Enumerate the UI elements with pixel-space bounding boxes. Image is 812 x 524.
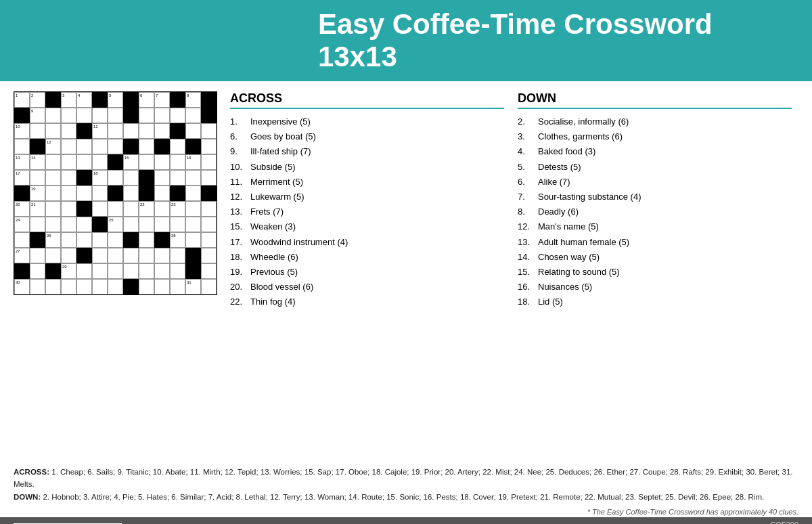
clue-text: Subside (5) xyxy=(250,161,295,173)
clue-number: 11. xyxy=(230,176,250,188)
clue-text: Nuisances (5) xyxy=(538,281,592,293)
clue-text: Relating to sound (5) xyxy=(538,266,620,278)
page-title: Easy Coffee-Time Crossword 13x13 xyxy=(318,8,792,73)
cell-13-6 xyxy=(92,279,108,294)
cell-1-1: 1 xyxy=(14,92,30,108)
crossword-grid: 1 2 3 4 5 6 7 8 9 xyxy=(14,91,217,295)
cell-13-3 xyxy=(45,279,61,294)
clue-number: 10. xyxy=(230,161,250,173)
clue-down-5: 5. Detests (5) xyxy=(518,161,792,173)
cell-2-12 xyxy=(185,108,201,123)
clue-number: 3. xyxy=(518,131,538,143)
clue-down-4: 4. Baked food (3) xyxy=(518,146,792,158)
cell-12-8 xyxy=(123,263,139,279)
cell-12-11 xyxy=(170,263,185,279)
cell-13-12: 31 xyxy=(185,279,201,294)
cell-9-2 xyxy=(30,217,45,232)
cell-6-1: 17 xyxy=(14,170,30,185)
cell-9-7: 25 xyxy=(108,217,123,232)
cell-6-12 xyxy=(185,170,201,185)
cell-5-10 xyxy=(154,154,170,170)
clue-down-15: 15. Relating to sound (5) xyxy=(518,266,792,278)
cell-13-13 xyxy=(201,279,217,294)
cell-8-6 xyxy=(92,201,108,217)
cell-11-6 xyxy=(92,248,108,263)
cell-2-9 xyxy=(139,108,154,123)
clue-number: 5. xyxy=(518,161,538,173)
clue-across-20: 20. Blood vessel (6) xyxy=(230,281,504,293)
cell-1-11 xyxy=(170,92,185,108)
cell-5-8: 15 xyxy=(123,154,139,170)
cell-1-5: 4 xyxy=(76,92,92,108)
clue-text: Merriment (5) xyxy=(250,176,303,188)
cell-4-1 xyxy=(14,139,30,154)
cell-7-5 xyxy=(76,185,92,201)
cell-7-6 xyxy=(92,185,108,201)
cell-6-13 xyxy=(201,170,217,185)
down-label: DOWN: xyxy=(14,493,41,501)
cell-4-10 xyxy=(154,139,170,154)
clue-text: Socialise, informally (6) xyxy=(538,116,629,128)
cell-7-12 xyxy=(185,185,201,201)
cell-5-12: 16 xyxy=(185,154,201,170)
cell-1-4: 3 xyxy=(61,92,76,108)
cell-4-3: 12 xyxy=(45,139,61,154)
cell-4-4 xyxy=(61,139,76,154)
cell-13-1: 30 xyxy=(14,279,30,294)
clue-number: 1. xyxy=(230,116,250,128)
grid-row-9: 24 25 xyxy=(14,217,217,232)
main-content: 1 2 3 4 5 6 7 8 9 xyxy=(0,81,812,460)
cell-4-7 xyxy=(108,139,123,154)
cell-11-13 xyxy=(201,248,217,263)
cell-4-9 xyxy=(139,139,154,154)
cell-13-7 xyxy=(108,279,123,294)
cell-5-1: 13 xyxy=(14,154,30,170)
cell-5-3 xyxy=(45,154,61,170)
cell-10-1 xyxy=(14,232,30,248)
cell-12-10 xyxy=(154,263,170,279)
across-answers: 1. Cheap; 6. Sails; 9. Titanic; 10. Abat… xyxy=(14,468,792,488)
cell-9-9 xyxy=(139,217,154,232)
cell-4-5 xyxy=(76,139,92,154)
cell-5-9 xyxy=(139,154,154,170)
cell-3-2 xyxy=(30,123,45,139)
clue-text: Ill-fated ship (7) xyxy=(250,146,311,158)
clue-across-18: 18. Wheedle (6) xyxy=(230,251,504,263)
footer-code: COF200 xyxy=(770,517,798,524)
grid-row-3: 10 11 xyxy=(14,123,217,139)
cell-6-2 xyxy=(30,170,45,185)
cell-4-8 xyxy=(123,139,139,154)
clue-text: Deadly (6) xyxy=(538,206,579,218)
cell-8-4 xyxy=(61,201,76,217)
cell-10-6 xyxy=(92,232,108,248)
cell-5-7 xyxy=(108,154,123,170)
cell-10-13 xyxy=(201,232,217,248)
cell-11-2 xyxy=(30,248,45,263)
cell-6-11 xyxy=(170,170,185,185)
cell-9-6 xyxy=(92,217,108,232)
cell-3-1: 10 xyxy=(14,123,30,139)
clue-text: Baked food (3) xyxy=(538,146,595,158)
cell-12-4: 29 xyxy=(61,263,76,279)
answers-section: ACROSS: 1. Cheap; 6. Sails; 9. Titanic; … xyxy=(0,460,812,506)
cell-11-5 xyxy=(76,248,92,263)
cell-10-12 xyxy=(185,232,201,248)
cell-13-9 xyxy=(139,279,154,294)
clue-number: 19. xyxy=(230,266,250,278)
cell-12-13 xyxy=(201,263,217,279)
clue-number: 22. xyxy=(230,296,250,308)
clue-text: Detests (5) xyxy=(538,161,581,173)
cell-7-11 xyxy=(170,185,185,201)
grid-row-5: 13 14 15 16 xyxy=(14,154,217,170)
cell-7-2: 19 xyxy=(30,185,45,201)
cell-9-11 xyxy=(170,217,185,232)
cell-7-4 xyxy=(61,185,76,201)
cell-2-6 xyxy=(92,108,108,123)
cell-9-3 xyxy=(45,217,61,232)
cell-8-13 xyxy=(201,201,217,217)
clue-text: Alike (7) xyxy=(538,176,570,188)
cell-1-2: 2 xyxy=(30,92,45,108)
cell-7-13 xyxy=(201,185,217,201)
cell-10-4 xyxy=(61,232,76,248)
clue-across-1: 1. Inexpensive (5) xyxy=(230,116,504,128)
